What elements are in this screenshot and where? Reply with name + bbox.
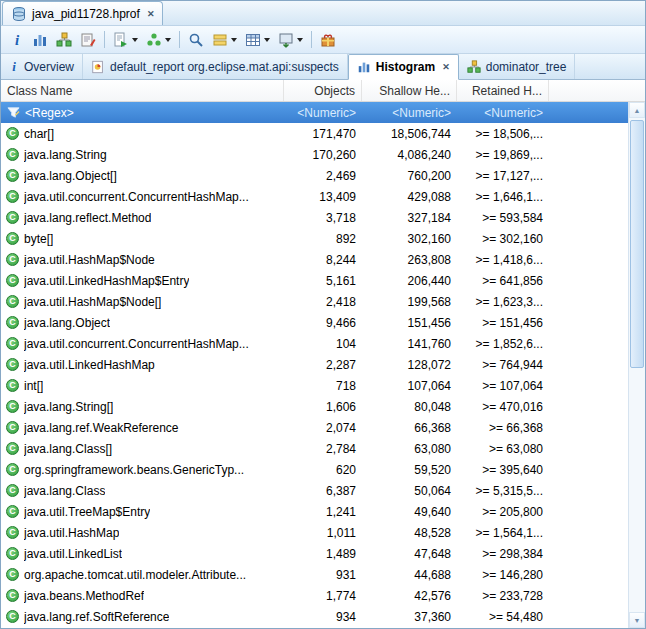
column-header-class-name[interactable]: Class Name (1, 80, 284, 101)
vertical-scrollbar[interactable] (628, 102, 645, 628)
table-row[interactable]: org.springframework.beans.GenericTyp... … (1, 459, 628, 480)
class-name-cell: java.util.LinkedHashMap (1, 358, 284, 372)
table-row[interactable]: java.beans.MethodRef 1,774 42,576 >= 233… (1, 585, 628, 606)
table-row[interactable]: java.lang.Class[] 2,784 63,080 >= 63,080 (1, 438, 628, 459)
shallow-heap-value: 429,088 (362, 190, 457, 204)
class-icon (6, 379, 19, 392)
objects-filter-input[interactable]: <Numeric> (284, 102, 362, 123)
shallow-heap-value: 760,200 (362, 169, 457, 183)
retained-heap-value: >= 1,623,3... (457, 295, 549, 309)
info-icon (12, 32, 22, 48)
objects-value: 620 (284, 463, 362, 477)
retained-heap-value: >= 302,160 (457, 232, 549, 246)
class-name: java.lang.ref.SoftReference (24, 610, 169, 624)
objects-value: 3,718 (284, 211, 362, 225)
table-icon (245, 32, 261, 48)
regex-filter-input[interactable]: <Regex> (1, 102, 284, 123)
column-header-retained-heap[interactable]: Retained H... (457, 80, 549, 101)
table-row[interactable]: java.lang.Class 6,387 50,064 >= 5,315,5.… (1, 480, 628, 501)
class-name: java.util.concurrent.ConcurrentHashMap..… (24, 337, 249, 351)
class-name: java.lang.ref.WeakReference (24, 421, 179, 435)
search-button[interactable] (184, 29, 208, 51)
table-row[interactable]: int[] 718 107,064 >= 107,064 (1, 375, 628, 396)
scroll-down-icon[interactable] (629, 612, 645, 628)
class-name-cell: org.springframework.beans.GenericTyp... (1, 463, 284, 477)
column-header-shallow-heap[interactable]: Shallow He... (362, 80, 457, 101)
retained-heap-filter-input[interactable]: <Numeric> (457, 102, 549, 123)
table-row[interactable]: java.lang.Object[] 2,469 760,200 >= 17,1… (1, 165, 628, 186)
table-row[interactable]: java.lang.ref.SoftReference 934 37,360 >… (1, 606, 628, 627)
tab-overview-label: Overview (24, 60, 74, 74)
class-icon (6, 421, 19, 434)
tab-default-report[interactable]: default_report org.eclipse.mat.api:suspe… (83, 54, 348, 79)
table-row[interactable]: java.lang.String 170,260 4,086,240 >= 19… (1, 144, 628, 165)
class-name: java.lang.Class (24, 484, 105, 498)
scroll-up-icon[interactable] (629, 102, 645, 118)
table-row[interactable]: java.util.TreeMap$Entry 1,241 49,640 >= … (1, 501, 628, 522)
tab-default-report-label: default_report org.eclipse.mat.api:suspe… (110, 60, 339, 74)
objects-value: 6,387 (284, 484, 362, 498)
oql-button[interactable] (76, 29, 100, 51)
table-row[interactable]: char[] 171,470 18,506,744 >= 18,506,... (1, 123, 628, 144)
class-name: java.util.HashMap$Node[] (24, 295, 161, 309)
retained-heap-value: >= 146,280 (457, 568, 549, 582)
table-row[interactable]: java.util.concurrent.ConcurrentHashMap..… (1, 333, 628, 354)
query-browser-dropdown[interactable] (142, 29, 175, 51)
class-name: int[] (24, 379, 43, 393)
run-expert-report-dropdown[interactable] (109, 29, 142, 51)
retained-heap-value: >= 107,064 (457, 379, 549, 393)
table-row[interactable]: java.util.LinkedHashMap$Entry 5,161 206,… (1, 270, 628, 291)
retained-heap-value: >= 1,646,1... (457, 190, 549, 204)
class-icon (6, 547, 19, 560)
class-name: java.lang.reflect.Method (24, 211, 151, 225)
class-name-cell: org.apache.tomcat.util.modeler.Attribute… (1, 568, 284, 582)
shallow-heap-value: 302,160 (362, 232, 457, 246)
class-name: java.util.HashMap$Node (24, 253, 155, 267)
class-name-cell: java.util.concurrent.ConcurrentHashMap..… (1, 337, 284, 351)
objects-value: 1,774 (284, 589, 362, 603)
table-row[interactable]: org.apache.tomcat.util.modeler.Attribute… (1, 564, 628, 585)
table-row[interactable]: java.util.LinkedHashMap 2,287 128,072 >=… (1, 354, 628, 375)
editor-tab-hprof[interactable]: java_pid11728.hprof (2, 1, 163, 25)
column-header-objects[interactable]: Objects (284, 80, 362, 101)
class-icon (6, 568, 19, 581)
objects-value: 1,241 (284, 505, 362, 519)
class-icon (6, 190, 19, 203)
export-dropdown[interactable] (274, 29, 307, 51)
tab-overview[interactable]: Overview (1, 54, 83, 79)
dominator-tree-button[interactable] (52, 29, 76, 51)
regex-filter-label: <Regex> (25, 106, 74, 120)
retained-heap-value: >= 1,852,6... (457, 337, 549, 351)
shallow-heap-value: 42,576 (362, 589, 457, 603)
compare-button[interactable] (316, 29, 340, 51)
scrollbar-thumb[interactable] (630, 120, 644, 368)
class-name-cell: java.util.TreeMap$Entry (1, 505, 284, 519)
class-icon (6, 148, 19, 161)
calculate-retained-size-dropdown[interactable] (241, 29, 274, 51)
tab-dominator-tree[interactable]: dominator_tree (459, 54, 576, 79)
table-row[interactable]: java.util.HashMap 1,011 48,528 >= 1,564,… (1, 522, 628, 543)
tab-histogram[interactable]: Histogram (348, 54, 459, 80)
class-icon (6, 211, 19, 224)
chevron-down-icon (165, 38, 171, 42)
class-name-cell: java.lang.ref.SoftReference (1, 610, 284, 624)
table-row[interactable]: java.util.LinkedList 1,489 47,648 >= 298… (1, 543, 628, 564)
histogram-button[interactable] (28, 29, 52, 51)
table-row[interactable]: java.lang.Object 9,466 151,456 >= 151,45… (1, 312, 628, 333)
close-icon[interactable] (145, 9, 155, 19)
table-row[interactable]: byte[] 892 302,160 >= 302,160 (1, 228, 628, 249)
class-icon (6, 169, 19, 182)
dominator-tree-icon (56, 32, 72, 48)
table-row[interactable]: java.lang.ref.WeakReference 2,074 66,368… (1, 417, 628, 438)
overview-button[interactable] (6, 29, 28, 51)
class-name-cell: java.lang.String[] (1, 400, 284, 414)
table-row[interactable]: java.util.concurrent.ConcurrentHashMap..… (1, 186, 628, 207)
close-icon[interactable] (440, 62, 450, 72)
histogram-icon (32, 32, 48, 48)
table-row[interactable]: java.lang.reflect.Method 3,718 327,184 >… (1, 207, 628, 228)
table-row[interactable]: java.lang.String[] 1,606 80,048 >= 470,0… (1, 396, 628, 417)
shallow-heap-filter-input[interactable]: <Numeric> (362, 102, 457, 123)
group-by-dropdown[interactable] (208, 29, 241, 51)
table-row[interactable]: java.util.HashMap$Node 8,244 263,808 >= … (1, 249, 628, 270)
table-row[interactable]: java.util.HashMap$Node[] 2,418 199,568 >… (1, 291, 628, 312)
